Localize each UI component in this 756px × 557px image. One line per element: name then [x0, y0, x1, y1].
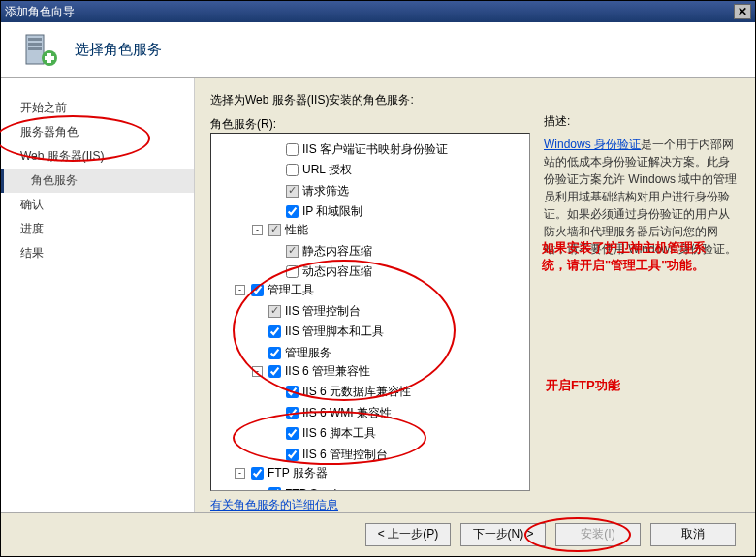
tree-checkbox[interactable] [286, 164, 299, 176]
tree-item-3[interactable]: IP 和域限制 [269, 203, 362, 220]
tree-label: 请求筛选 [302, 183, 349, 200]
close-button[interactable]: ✕ [734, 4, 751, 19]
tree-checkbox [268, 224, 281, 236]
tree-label: IIS 6 元数据库兼容性 [302, 384, 411, 400]
tree-item-6[interactable]: 动态内容压缩 [269, 263, 372, 280]
sidebar-item-2[interactable]: Web 服务器(IIS) [1, 144, 194, 169]
tree-item-2[interactable]: 请求筛选 [269, 183, 349, 200]
tree-item-17[interactable]: FTP Service [252, 487, 349, 492]
tree-checkbox[interactable] [286, 386, 299, 398]
description-panel: 描述: Windows 身份验证是一个用于内部网站的低成本身份验证解决方案。此身… [544, 113, 738, 258]
tree-checkbox[interactable] [286, 265, 299, 278]
expand-toggle[interactable]: - [252, 225, 263, 235]
tree-item-4[interactable]: -性能 [252, 222, 308, 238]
sidebar-item-1[interactable]: 服务器角色 [1, 120, 194, 144]
more-info-link[interactable]: 有关角色服务的详细信息 [210, 497, 338, 513]
description-title: 描述: [544, 113, 738, 130]
body: 开始之前服务器角色Web 服务器(IIS)角色服务确认进度结果 选择为Web 服… [1, 78, 755, 512]
role-services-tree[interactable]: IIS 客户端证书映射身份验证URL 授权请求筛选IP 和域限制-性能静态内容压… [210, 133, 530, 491]
tree-label: IP 和域限制 [302, 203, 362, 220]
footer: < 上一步(P) 下一步(N) > 安装(I) 取消 [1, 512, 755, 555]
tree-checkbox[interactable] [251, 284, 264, 296]
cancel-button[interactable]: 取消 [650, 523, 736, 546]
tree-checkbox[interactable] [286, 143, 299, 156]
tree-label: IIS 6 脚本工具 [302, 425, 376, 442]
sidebar-item-6[interactable]: 结果 [1, 241, 194, 265]
svg-rect-6 [45, 56, 54, 60]
expand-toggle[interactable]: - [235, 285, 245, 295]
description-text: Windows 身份验证是一个用于内部网站的低成本身份验证解决方案。此身份验证方… [544, 136, 738, 258]
tree-checkbox[interactable] [268, 325, 281, 338]
description-body: 是一个用于内部网站的低成本身份验证解决方案。此身份验证方案允许 Windows … [544, 138, 737, 256]
tree-checkbox[interactable] [268, 487, 281, 491]
window-title: 添加角色向导 [5, 4, 734, 20]
install-button: 安装(I) [555, 523, 641, 546]
tree-label: IIS 管理控制台 [285, 303, 361, 320]
tree-checkbox[interactable] [286, 407, 299, 419]
tree-label: IIS 客户端证书映射身份验证 [302, 141, 448, 158]
tree-item-11[interactable]: -IIS 6 管理兼容性 [252, 363, 370, 380]
tree-checkbox[interactable] [286, 205, 299, 218]
tree-label: 管理工具 [268, 282, 314, 298]
wizard-window: 添加角色向导 ✕ 选择角色服务 开始之前服务器角色Web 服务器(IIS)角色服… [0, 0, 756, 557]
tree-item-8[interactable]: IIS 管理控制台 [252, 303, 361, 320]
description-link[interactable]: Windows 身份验证 [544, 138, 641, 151]
tree-label: URL 授权 [302, 162, 352, 178]
tree-checkbox[interactable] [286, 449, 299, 461]
sidebar-item-4[interactable]: 确认 [1, 193, 194, 217]
tree-checkbox[interactable] [251, 467, 264, 480]
sidebar-item-0[interactable]: 开始之前 [1, 96, 194, 120]
tree-checkbox[interactable] [286, 427, 299, 440]
tree-label: 静态内容压缩 [302, 243, 372, 260]
sidebar-item-3[interactable]: 角色服务 [1, 169, 194, 193]
server-role-icon [20, 31, 59, 70]
prev-button[interactable]: < 上一步(P) [365, 523, 451, 546]
tree-label: FTP 服务器 [268, 465, 328, 481]
svg-rect-3 [28, 47, 42, 50]
svg-rect-1 [28, 38, 42, 41]
expand-toggle[interactable]: - [252, 366, 263, 377]
tree-label: 管理服务 [285, 345, 331, 361]
titlebar: 添加角色向导 ✕ [1, 1, 755, 22]
tree-label: IIS 管理脚本和工具 [285, 324, 384, 340]
expand-toggle[interactable]: - [235, 468, 245, 479]
next-button[interactable]: 下一步(N) > [460, 523, 546, 546]
tree-item-10[interactable]: 管理服务 [252, 345, 331, 361]
tree-item-1[interactable]: URL 授权 [269, 162, 352, 178]
header: 选择角色服务 [1, 22, 755, 78]
tree-label: IIS 6 管理控制台 [302, 447, 388, 463]
sidebar: 开始之前服务器角色Web 服务器(IIS)角色服务确认进度结果 [1, 78, 195, 512]
tree-label: FTP Service [285, 487, 349, 492]
page-title: 选择角色服务 [75, 41, 162, 59]
tree-item-9[interactable]: IIS 管理脚本和工具 [252, 324, 384, 340]
tree-label: 性能 [285, 222, 308, 238]
main-panel: 选择为Web 服务器(IIS)安装的角色服务: 角色服务(R): IIS 客户端… [195, 78, 755, 512]
annotation-ftp: 开启FTP功能 [546, 377, 620, 394]
tree-checkbox [286, 245, 299, 258]
tree-item-13[interactable]: IIS 6 WMI 兼容性 [269, 405, 392, 421]
tree-item-7[interactable]: -管理工具 [235, 282, 314, 298]
tree-item-16[interactable]: -FTP 服务器 [235, 465, 328, 481]
tree-checkbox[interactable] [268, 347, 281, 359]
tree-item-14[interactable]: IIS 6 脚本工具 [269, 425, 376, 442]
tree-label: 动态内容压缩 [302, 263, 372, 280]
sidebar-item-5[interactable]: 进度 [1, 217, 194, 241]
instruction-text: 选择为Web 服务器(IIS)安装的角色服务: [210, 92, 740, 108]
tree-item-15[interactable]: IIS 6 管理控制台 [269, 447, 388, 463]
tree-label: IIS 6 管理兼容性 [285, 363, 370, 380]
tree-checkbox [268, 305, 281, 318]
tree-item-0[interactable]: IIS 客户端证书映射身份验证 [269, 141, 448, 158]
tree-checkbox [286, 185, 299, 198]
tree-checkbox[interactable] [268, 365, 281, 378]
tree-item-5[interactable]: 静态内容压缩 [269, 243, 372, 260]
tree-label: IIS 6 WMI 兼容性 [302, 405, 392, 421]
tree-item-12[interactable]: IIS 6 元数据库兼容性 [269, 384, 411, 400]
svg-rect-2 [28, 43, 42, 46]
